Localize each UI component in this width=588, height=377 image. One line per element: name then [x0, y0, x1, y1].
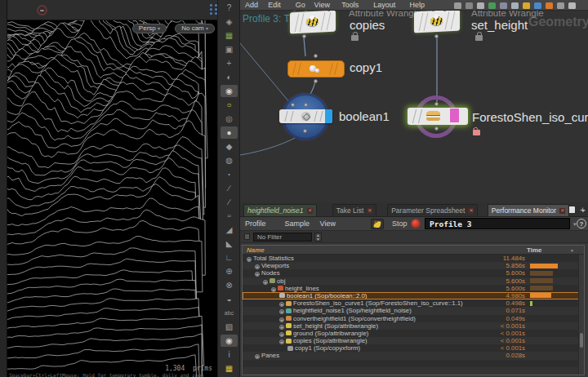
layers-icon[interactable]: ◈ — [220, 16, 238, 28]
filter-dropdown[interactable]: No Filter — [253, 233, 312, 242]
headlight-icon[interactable]: ○ — [220, 99, 238, 111]
input-dot[interactable] — [434, 102, 439, 106]
input-dot[interactable] — [292, 11, 296, 11]
table-row[interactable]: +heightfield_noise1 (Sop/heightfield_noi… — [243, 307, 584, 314]
perspective-menu[interactable]: Persp ▾ — [132, 24, 167, 33]
pen-dot-icon[interactable]: ∕ — [220, 196, 238, 208]
text-abc-icon[interactable]: abc — [220, 307, 238, 319]
net-menu-view[interactable]: View — [314, 1, 330, 9]
expand-view-icon[interactable] — [500, 2, 507, 9]
search-icon[interactable] — [557, 2, 564, 9]
smooth-sphere-icon[interactable]: ● — [220, 126, 238, 139]
table-row[interactable]: +copies (Sop/attribwrangle)< 0.001s — [243, 337, 584, 344]
grid-icon[interactable] — [466, 2, 473, 9]
chevron-down-icon[interactable]: ▾ — [573, 221, 577, 228]
output-dot[interactable] — [303, 129, 307, 133]
scene-viewport[interactable]: Persp ▾ No cam ▾ 1,304 prims Spacebar+Ct… — [7, 20, 217, 377]
node-name-label[interactable]: copies — [350, 18, 385, 32]
sculpt-left-icon[interactable]: ◢ — [220, 224, 238, 236]
expand-icon[interactable]: + — [279, 332, 284, 337]
folder-icon[interactable] — [523, 2, 530, 9]
add-light-icon[interactable]: + — [220, 57, 238, 69]
tab-heightfield_noise1[interactable]: heightfield_noise1✕ — [243, 204, 317, 216]
color-palette-icon[interactable] — [488, 2, 496, 9]
node-copy1[interactable] — [287, 60, 345, 78]
axes-icon[interactable]: ⊗ — [220, 279, 238, 291]
template-flag[interactable] — [450, 109, 459, 122]
node-copies[interactable] — [290, 11, 336, 33]
layout-grid-icon[interactable]: ▦ — [220, 362, 238, 375]
pin-icon[interactable]: ◉ — [220, 335, 238, 347]
table-scrollbar[interactable] — [578, 255, 584, 375]
select-style-icon[interactable]: ◆ — [220, 140, 238, 153]
stop-label[interactable]: Stop — [392, 220, 408, 228]
expand-icon[interactable]: + — [279, 309, 284, 314]
output-dot[interactable] — [314, 79, 318, 83]
net-menu-layout[interactable]: Layout — [373, 1, 395, 9]
close-tab-icon[interactable]: ✕ — [468, 208, 474, 214]
help-icon[interactable]: ? — [220, 2, 238, 14]
table-row[interactable]: +Panes0.028s — [243, 352, 584, 359]
table-row[interactable]: +ForestoShen_iso_curve1 (Sop/ForestoShen… — [243, 299, 584, 307]
perf-menu-profile[interactable]: Profile — [245, 220, 266, 228]
brush-icon[interactable]: ◍ — [220, 154, 238, 166]
table-row[interactable]: +height_lines5.600s — [243, 285, 584, 292]
perf-menu-view[interactable]: View — [320, 220, 336, 228]
expand-icon[interactable]: + — [255, 272, 260, 277]
input-dot[interactable] — [304, 103, 308, 107]
sculpt-right-icon[interactable]: ◣ — [220, 237, 238, 250]
tab-performance-monitor[interactable]: Performance Monitor✕ — [488, 204, 569, 216]
net-menu-tools[interactable]: Tools — [341, 1, 359, 9]
snap-grid-icon[interactable]: ▦ — [220, 29, 238, 42]
new-tab-button[interactable]: + — [580, 205, 585, 215]
expand-icon[interactable]: + — [279, 339, 284, 344]
tab-parameter-spreadsheet[interactable]: Parameter Spreadsheet✕ — [387, 204, 478, 216]
lock-icon[interactable]: ▣ — [220, 43, 238, 55]
clear-profile-icon[interactable] — [371, 219, 384, 229]
table-row[interactable]: +obj5.600s — [243, 277, 584, 285]
tab-take-list[interactable]: Take List✕ — [332, 204, 377, 216]
expand-icon[interactable]: + — [247, 257, 252, 262]
table-row[interactable]: copy1 (Sop/copyxform)< 0.001s — [243, 344, 584, 352]
point-number-icon[interactable]: ¹² — [220, 210, 238, 222]
info-icon[interactable]: i — [220, 348, 238, 361]
time-column-header[interactable]: Time — [527, 246, 542, 255]
perf-menu-sample[interactable]: Sample — [284, 220, 310, 228]
record-button[interactable] — [412, 220, 420, 228]
node-name-label[interactable]: copy1 — [350, 60, 382, 74]
profile-name-field[interactable]: Profile 3 — [425, 218, 570, 229]
node-name-label[interactable]: set_height — [471, 18, 528, 32]
two-lights-icon[interactable]: ◎ — [220, 113, 238, 125]
filter-checkbox[interactable] — [244, 233, 250, 240]
close-tab-icon[interactable]: ✕ — [367, 208, 372, 214]
tools-icon[interactable] — [454, 2, 461, 9]
node-set-height[interactable] — [414, 11, 460, 33]
list-icon[interactable] — [477, 2, 484, 9]
network-editor[interactable]: Profile 3: Time Geometry Attribute Wrang… — [240, 11, 588, 202]
node-boolean1[interactable] — [279, 109, 332, 123]
node-name-label[interactable]: ForestoShen_iso_curve — [472, 110, 588, 124]
net-menu-add[interactable]: Add — [245, 1, 258, 9]
expand-icon[interactable]: + — [255, 354, 260, 359]
record-view-icon[interactable]: ◒ — [220, 293, 238, 305]
expand-icon[interactable]: + — [271, 287, 276, 292]
expand-icon[interactable]: + — [279, 325, 284, 330]
image-plane-icon[interactable]: ▧ — [220, 321, 238, 333]
output-dot[interactable] — [434, 34, 439, 38]
camera-menu[interactable]: No cam ▾ — [175, 24, 215, 33]
net-menu-edit[interactable]: Edit — [268, 1, 281, 9]
table-row[interactable]: +convertheightfield1 (Sop/convertheightf… — [243, 315, 584, 322]
node-forestoshen-iso-curve[interactable] — [408, 108, 468, 125]
expand-icon[interactable]: + — [279, 317, 284, 322]
net-menu-help[interactable]: Help — [410, 1, 425, 9]
swatch-icon[interactable] — [546, 2, 553, 9]
display-flag[interactable] — [325, 109, 332, 123]
transform-handle-icon[interactable]: ⊕ — [220, 265, 238, 277]
expand-icon[interactable]: + — [263, 280, 268, 285]
pen-icon[interactable]: ∕ — [220, 182, 238, 194]
input-dot[interactable] — [314, 54, 318, 58]
display-sphere-icon[interactable]: ◉ — [220, 85, 238, 97]
scrollbar-thumb[interactable] — [580, 333, 583, 348]
name-column-header[interactable]: Name — [247, 246, 265, 255]
stow-pane-icon[interactable] — [37, 5, 47, 16]
